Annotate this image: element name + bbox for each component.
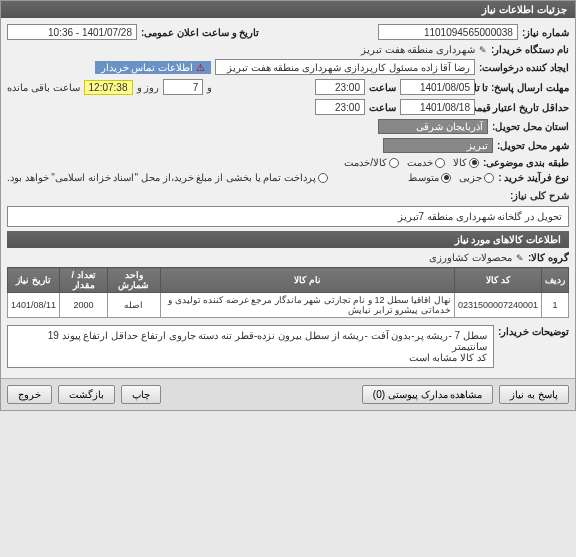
buyer-notes-label: توضیحات خریدار:	[498, 322, 569, 337]
announce-value: 1401/07/28 - 10:36	[7, 24, 137, 40]
exit-button[interactable]: خروج	[7, 385, 52, 404]
th-need-date: تاریخ نیاز	[8, 268, 60, 293]
purchase-type-label: نوع فرآیند خرید :	[498, 172, 569, 183]
th-row: ردیف	[542, 268, 569, 293]
need-no-value: 1101094565000038	[378, 24, 518, 40]
notes-line-1: سطل 7 -ریشه پر-بدون آفت -ریشه از سطل بیر…	[14, 330, 487, 352]
cell-code: 0231500007240001	[454, 293, 541, 318]
radio-service[interactable]: خدمت	[407, 157, 445, 168]
days-suffix: روز و	[137, 82, 160, 93]
back-button[interactable]: بازگشت	[58, 385, 115, 404]
days-and: و	[207, 82, 212, 93]
need-no-label: شماره نیاز:	[522, 27, 569, 38]
creator-value: رضا آقا زاده مسئول کارپردازی شهرداری منط…	[215, 59, 475, 75]
treasury-note: پرداخت تمام یا بخشی از مبلغ خرید،از محل …	[7, 172, 328, 183]
contact-info-button[interactable]: ⚠ اطلاعات تماس خریدار	[95, 61, 212, 74]
countdown-timer: 12:07:38	[84, 80, 133, 95]
th-qty: تعداد / مقدار	[60, 268, 108, 293]
deadline-date: 1401/08/05	[400, 79, 475, 95]
creator-label: ایجاد کننده درخواست:	[479, 62, 569, 73]
province-value: آذربایجان شرقی	[378, 119, 488, 134]
category-label: طبقه بندی موضوعی:	[483, 157, 569, 168]
cell-qty: 2000	[60, 293, 108, 318]
validity-label: حداقل تاریخ اعتبار قیمت: تا تاریخ:	[479, 102, 569, 113]
th-unit: واحد شمارش	[108, 268, 161, 293]
warning-icon: ⚠	[196, 62, 205, 73]
items-section-header: اطلاعات کالاهای مورد نیاز	[7, 231, 569, 248]
items-table: ردیف کد کالا نام کالا واحد شمارش تعداد /…	[7, 267, 569, 318]
group-value: محصولات کشاورزی	[429, 252, 512, 263]
th-code: کد کالا	[454, 268, 541, 293]
city-value: تبریز	[383, 138, 493, 153]
panel-title: جزئیات اطلاعات نیاز	[482, 4, 567, 15]
time-label-1: ساعت	[369, 82, 396, 93]
province-label: استان محل تحویل:	[492, 121, 569, 132]
notes-line-2: کد کالا مشابه است	[14, 352, 487, 363]
cell-unit: اصله	[108, 293, 161, 318]
radio-small[interactable]: جزیی	[459, 172, 494, 183]
contact-badge-text: اطلاعات تماس خریدار	[101, 62, 194, 73]
print-button[interactable]: چاپ	[121, 385, 161, 404]
days-value: 7	[163, 79, 203, 95]
group-label: گروه کالا:	[528, 252, 569, 263]
th-name: نام کالا	[160, 268, 454, 293]
cell-need-date: 1401/08/11	[8, 293, 60, 318]
purchase-type-radio-group: جزیی متوسط	[408, 172, 494, 183]
announce-label: تاریخ و ساعت اعلان عمومی:	[141, 27, 259, 38]
validity-date: 1401/08/18	[400, 99, 475, 115]
radio-medium[interactable]: متوسط	[408, 172, 451, 183]
respond-button[interactable]: پاسخ به نیاز	[499, 385, 569, 404]
remaining-label: ساعت باقی مانده	[7, 82, 80, 93]
deadline-label: مهلت ارسال پاسخ: تا تاریخ:	[479, 82, 569, 93]
cell-idx: 1	[542, 293, 569, 318]
button-bar: پاسخ به نیاز مشاهده مدارک پیوستی (0) چاپ…	[1, 378, 575, 410]
deadline-time: 23:00	[315, 79, 365, 95]
table-row[interactable]: 1 0231500007240001 نهال اقاقیا سطل 12 و …	[8, 293, 569, 318]
desc-box: تحویل در گلخانه شهرداری منطقه 7تبریز	[7, 206, 569, 227]
buyer-value: شهرداری منطقه هفت تبریز	[361, 44, 475, 55]
radio-both[interactable]: کالا/خدمت	[344, 157, 399, 168]
pencil-icon	[479, 44, 487, 55]
buyer-label: نام دستگاه خریدار:	[491, 44, 569, 55]
validity-time: 23:00	[315, 99, 365, 115]
time-label-2: ساعت	[369, 102, 396, 113]
desc-label: شرح کلی نیاز:	[7, 187, 569, 203]
pencil-icon-2	[516, 252, 524, 263]
category-radio-group: کالا خدمت کالا/خدمت	[344, 157, 479, 168]
radio-goods[interactable]: کالا	[453, 157, 479, 168]
attachments-button[interactable]: مشاهده مدارک پیوستی (0)	[362, 385, 494, 404]
items-header-title: اطلاعات کالاهای مورد نیاز	[455, 234, 561, 245]
panel-header: جزئیات اطلاعات نیاز	[1, 1, 575, 18]
buyer-notes-box: سطل 7 -ریشه پر-بدون آفت -ریشه از سطل بیر…	[7, 325, 494, 368]
cell-name: نهال اقاقیا سطل 12 و نام تجارتی شهر ماند…	[160, 293, 454, 318]
city-label: شهر محل تحویل:	[497, 140, 569, 151]
